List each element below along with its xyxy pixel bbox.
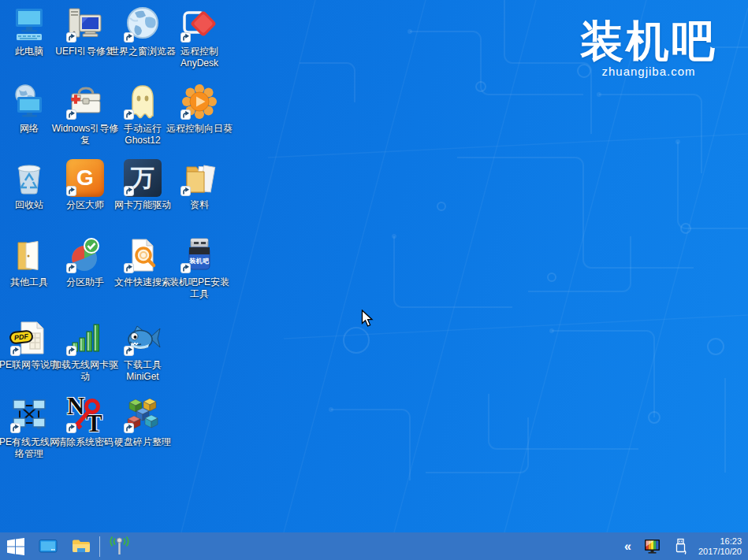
desktop-icon-other-tools[interactable]: 其他工具 (1, 236, 58, 288)
mouse-cursor (361, 310, 374, 328)
desktop-icon-world-window-browser[interactable]: 世界之窗浏览器 (114, 6, 171, 57)
desktop-icon-anydesk-remote[interactable]: 远程控制AnyDesk (171, 6, 228, 69)
icon-label: 下载工具MiniGet (109, 359, 177, 383)
shortcut-arrow-overlay (180, 109, 191, 120)
usb-device-icon (675, 538, 687, 554)
shortcut-arrow-overlay (180, 32, 191, 43)
desktop-icon-network[interactable]: 网络 (1, 83, 58, 135)
desktop-icon-clear-system-password[interactable]: N T 清除系统密码 (57, 396, 114, 448)
taskbar: « 16:23 2017/10/20 (0, 532, 748, 560)
this-pc-icon (10, 6, 48, 43)
icon-label: 远程控制向日葵 (166, 123, 233, 135)
shortcut-arrow-overlay (124, 109, 134, 120)
file-explorer-button[interactable] (65, 532, 98, 560)
shortcut-arrow-overlay (180, 186, 191, 196)
shortcut-arrow-overlay (66, 186, 76, 196)
antenna-icon (109, 536, 130, 556)
icon-label: 硬盘碎片整理 (109, 436, 177, 448)
diskgenius-glyph: G (76, 165, 94, 191)
wireless-antenna-button[interactable] (102, 532, 137, 560)
usb-tray-button[interactable] (668, 532, 694, 560)
windows-logo-icon (7, 538, 24, 555)
tray-expand-button[interactable]: « (619, 532, 637, 560)
network-icon (10, 83, 48, 121)
pdf-badge-glyph: PDF (14, 332, 29, 342)
shortcut-arrow-overlay (10, 346, 20, 356)
shortcut-arrow-overlay (124, 186, 134, 196)
shortcut-arrow-overlay (124, 423, 134, 433)
shortcut-arrow-overlay (180, 263, 191, 273)
desktop-icon-pe-network-readme[interactable]: PDF PE联网等说明 (1, 319, 58, 371)
logo-subtitle: zhuangjiba.com (570, 65, 728, 78)
shortcut-arrow-overlay (10, 423, 20, 433)
clock-time: 16:23 (698, 536, 742, 547)
shortcut-arrow-overlay (66, 423, 76, 433)
shortcut-arrow-overlay (66, 32, 76, 43)
desktop-icon-windows-boot-repair[interactable]: Widnows引导修复 (57, 83, 114, 146)
desktop-monitor-icon (39, 539, 58, 554)
nic-driver-glyph: 万 (131, 162, 154, 195)
shortcut-arrow-overlay (66, 263, 76, 273)
taskbar-clock[interactable]: 16:23 2017/10/20 (694, 536, 748, 557)
shortcut-arrow-overlay (124, 32, 134, 43)
desktop-icon-miniget[interactable]: 下载工具MiniGet (114, 319, 171, 383)
display-rainbow-icon (644, 539, 661, 554)
icon-label: 资料 (166, 199, 233, 211)
shortcut-arrow-overlay (124, 346, 134, 356)
desktop-icon-uefi-boot-repair[interactable]: UEFI引导修复 (57, 6, 114, 57)
display-settings-tray-button[interactable] (637, 532, 668, 560)
desktop[interactable]: 装机吧 zhuangjiba.com 此电脑 UEFI引导修复 (0, 0, 748, 560)
icon-label: 远程控制AnyDesk (166, 46, 233, 69)
desktop-icon-zhuangjiba-pe-installer[interactable]: 装机吧 装机吧PE安装工具 (171, 236, 228, 300)
zhuangjiba-logo: 装机吧 zhuangjiba.com (570, 19, 728, 78)
taskbar-separator (99, 536, 100, 557)
shortcut-arrow-overlay (124, 263, 134, 273)
desktop-icon-disk-defrag[interactable]: 硬盘碎片整理 (114, 396, 171, 448)
clock-date: 2017/10/20 (698, 547, 742, 557)
shortcut-arrow-overlay (66, 346, 76, 356)
icon-label: 装机吧PE安装工具 (166, 276, 233, 300)
desktop-icon-wifi-driver-loader[interactable]: 加载无线网卡驱动 (57, 319, 114, 383)
desktop-icon-ghost12[interactable]: 手动运行Ghost12 (114, 83, 171, 146)
desktop-icon-partition-assistant[interactable]: 分区助手 (57, 236, 114, 288)
desktop-icon-documents-folder[interactable]: 资料 (171, 159, 228, 211)
other-tools-folder-icon (10, 236, 48, 274)
desktop-icon-this-pc[interactable]: 此电脑 (1, 6, 58, 57)
shortcut-arrow-overlay (66, 109, 76, 120)
desktop-icon-sunflower-remote[interactable]: 远程控制向日葵 (171, 83, 228, 135)
file-explorer-folder-icon (72, 539, 91, 554)
desktop-icon-file-quick-search[interactable]: 文件快速搜索 (114, 236, 171, 288)
start-button[interactable] (0, 532, 32, 560)
recycle-bin-icon (10, 159, 48, 197)
desktop-icon-universal-nic-driver[interactable]: 万 网卡万能驱动 (114, 159, 171, 211)
desktop-icon-pe-network-manager[interactable]: PE有线无线网络管理 (1, 396, 58, 460)
show-desktop-button[interactable] (32, 532, 65, 560)
logo-title: 装机吧 (570, 19, 728, 65)
desktop-icon-diskgenius[interactable]: G 分区大师 (57, 159, 114, 211)
desktop-icon-recycle-bin[interactable]: 回收站 (1, 159, 58, 211)
